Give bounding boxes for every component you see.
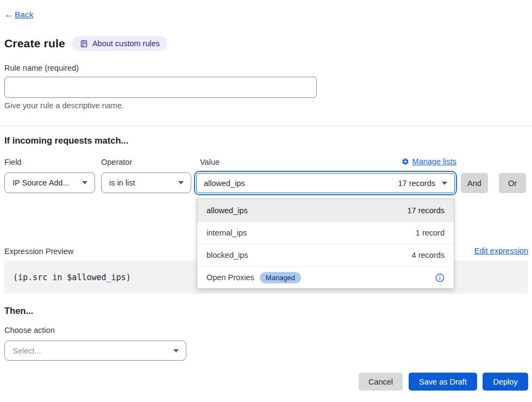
back-link[interactable]: ← Back: [4, 9, 33, 20]
expression-code: (ip.src in $allowed_ips): [13, 273, 131, 282]
value-select-focus-ring: allowed_ips 17 records: [194, 171, 457, 195]
field-select-value: IP Source Add...: [12, 178, 70, 187]
save-as-draft-button[interactable]: Save as Draft: [409, 373, 477, 391]
manage-lists-link[interactable]: Manage lists: [402, 157, 456, 166]
operator-select-value: is in list: [109, 178, 135, 187]
chevron-down-icon: [442, 182, 447, 185]
managed-badge: Managed: [260, 272, 301, 283]
value-select[interactable]: allowed_ips 17 records: [196, 173, 455, 193]
rule-name-label: Rule name (required): [4, 64, 79, 72]
rule-name-helper: Give your rule a descriptive name.: [4, 101, 124, 110]
action-select-placeholder: Select...: [12, 347, 41, 355]
manage-lists-label: Manage lists: [412, 157, 456, 166]
chevron-down-icon: [178, 181, 184, 184]
cancel-button[interactable]: Cancel: [359, 373, 403, 391]
gear-icon: [402, 158, 409, 165]
option-meta: 4 records: [412, 251, 445, 259]
expression-preview-label: Expression Preview: [4, 247, 73, 256]
dropdown-option-blocked-ips[interactable]: blocked_ips 4 records: [197, 244, 454, 266]
back-arrow-icon: ←: [4, 9, 14, 20]
info-icon[interactable]: [435, 273, 445, 282]
book-icon: [80, 40, 88, 48]
deploy-button[interactable]: Deploy: [483, 373, 528, 391]
chevron-down-icon: [173, 349, 179, 352]
rule-name-input[interactable]: [4, 77, 317, 98]
field-label: Field: [4, 158, 21, 166]
action-select[interactable]: Select...: [4, 341, 186, 361]
back-label: Back: [15, 10, 33, 20]
or-button[interactable]: Or: [499, 173, 526, 193]
option-name: internal_ips: [206, 228, 247, 237]
match-section-heading: If incoming requests match...: [4, 135, 128, 146]
about-custom-rules-link[interactable]: About custom rules: [72, 36, 167, 51]
then-section-heading: Then...: [4, 306, 33, 316]
dropdown-option-internal-ips[interactable]: internal_ips 1 record: [197, 221, 454, 244]
choose-action-label: Choose action: [4, 326, 55, 335]
dropdown-option-allowed-ips[interactable]: allowed_ips 17 records: [197, 199, 454, 221]
page-title: Create rule: [4, 37, 65, 50]
option-name: Open Proxies: [206, 273, 254, 282]
option-meta: 17 records: [407, 206, 445, 215]
operator-select[interactable]: is in list: [101, 172, 191, 193]
value-select-meta: 17 records: [398, 179, 435, 188]
section-divider: [0, 126, 532, 126]
title-row: Create rule About custom rules: [4, 36, 167, 51]
about-badge-label: About custom rules: [92, 39, 160, 48]
and-button[interactable]: And: [461, 173, 488, 193]
value-dropdown-panel: allowed_ips 17 records internal_ips 1 re…: [197, 199, 454, 289]
field-select[interactable]: IP Source Add...: [4, 172, 95, 193]
option-meta: 1 record: [416, 228, 445, 237]
value-select-value: allowed_ips: [204, 179, 245, 188]
chevron-down-icon: [82, 181, 87, 184]
edit-expression-link[interactable]: Edit expression: [474, 246, 528, 255]
value-label: Value: [200, 158, 220, 166]
option-name: allowed_ips: [206, 206, 248, 215]
operator-label: Operator: [101, 158, 132, 166]
option-name: blocked_ips: [206, 251, 248, 259]
dropdown-option-open-proxies[interactable]: Open Proxies Managed: [197, 266, 454, 288]
